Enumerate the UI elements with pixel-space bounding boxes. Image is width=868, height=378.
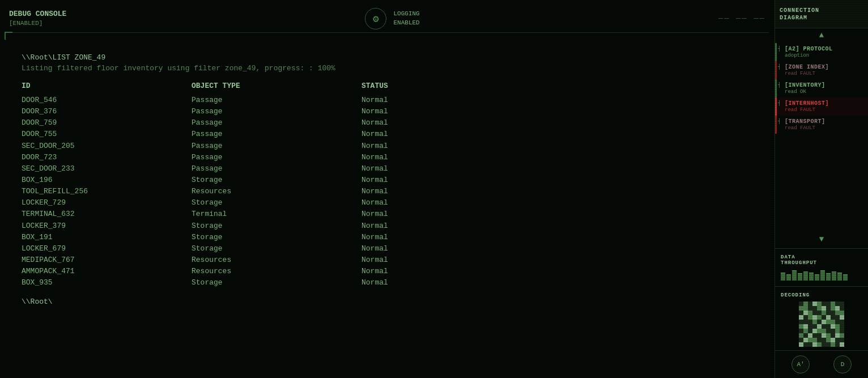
- table-row: MEDIPACK_767 Resources Normal: [22, 254, 767, 266]
- row-status: Normal: [361, 95, 475, 106]
- bottom-btn-0[interactable]: A': [792, 355, 810, 373]
- row-type: Resources: [192, 186, 361, 197]
- bottom-btn-1[interactable]: D: [833, 355, 852, 373]
- decoding-pixel: [835, 301, 840, 306]
- row-type: Passage: [192, 117, 361, 129]
- row-id: BOX_935: [22, 277, 192, 288]
- decoding-pixel: [831, 301, 835, 306]
- decoding-pixel: [817, 320, 822, 324]
- decoding-pixel: [803, 338, 808, 342]
- decoding-pixel: [826, 311, 831, 315]
- row-id: AMMOPACK_471: [22, 266, 192, 277]
- decoding-pixel: [799, 342, 803, 347]
- sidebar-item-name: [A2] PROTOCOL: [785, 46, 862, 52]
- throughput-bars: [781, 269, 862, 281]
- console-content: \\Root\LIST ZONE_49 Listing filtered flo…: [6, 37, 769, 308]
- decoding-pixel: [835, 324, 840, 329]
- decoding-pixel: [840, 306, 844, 311]
- table-row: DOOR_723 Passage Normal: [22, 152, 767, 163]
- sidebar-item-status: read FAULT: [785, 71, 862, 77]
- prompt-line[interactable]: \\Root\: [22, 298, 767, 306]
- row-status: Normal: [361, 277, 475, 288]
- decoding-pixel: [808, 329, 812, 333]
- sidebar-top-bar: CONNECTIONDIAGRAM: [775, 0, 868, 28]
- sidebar-item-2[interactable]: ┤ [INVENTORY] read OK: [775, 79, 868, 97]
- throughput-bar-5: [809, 273, 814, 281]
- row-id: LOCKER_729: [22, 197, 192, 209]
- col-header-id: ID: [22, 82, 192, 90]
- decoding-pixel: [831, 324, 835, 329]
- connection-diagram-title: CONNECTIONDIAGRAM: [780, 7, 819, 22]
- decoding-pixel: [822, 324, 826, 329]
- sidebar-item-1[interactable]: ┤ [ZONE INDEX] read FAULT: [775, 61, 868, 79]
- decoding-pixel: [812, 338, 817, 342]
- decoding-pixel: [831, 311, 835, 315]
- row-id: LOCKER_679: [22, 243, 192, 254]
- row-status: Normal: [361, 186, 475, 197]
- decoding-pixel: [835, 311, 840, 315]
- sidebar-item-4[interactable]: ┤ [TRANSPORT] read FAULT: [775, 116, 868, 134]
- row-id: SEC_DOOR_205: [22, 141, 192, 152]
- decoding-pixel: [812, 306, 817, 311]
- decoding-pixel: [817, 324, 822, 329]
- row-type: Passage: [192, 106, 361, 117]
- decoding-pixel: [808, 320, 812, 324]
- decoding-pixel: [799, 315, 803, 320]
- decoding-pixel: [817, 338, 822, 342]
- row-type: Passage: [192, 152, 361, 163]
- decoding-pixel: [803, 320, 808, 324]
- debug-console-label: DEBUG CONSOLE: [9, 9, 66, 19]
- decoding-pixel: [831, 338, 835, 342]
- sidebar-item-3[interactable]: ┤ [INTERNHOST] read FAULT: [775, 97, 868, 116]
- arrow-up-icon[interactable]: ▲: [775, 28, 868, 42]
- row-status: Normal: [361, 152, 475, 163]
- decoding-pixel: [840, 329, 844, 333]
- table-row: LOCKER_679 Storage Normal: [22, 243, 767, 254]
- decoding-pixel: [831, 320, 835, 324]
- decoding-pixel: [826, 329, 831, 333]
- arrow-down-icon[interactable]: ▼: [775, 232, 868, 246]
- sidebar-item-name: [ZONE INDEX]: [785, 64, 862, 70]
- row-status: Normal: [361, 254, 475, 266]
- decoding-pixel: [835, 342, 840, 347]
- decoding-pixel: [817, 301, 822, 306]
- row-id: DOOR_755: [22, 129, 192, 140]
- decoding-pixel: [840, 342, 844, 347]
- throughput-bar-10: [837, 273, 842, 281]
- throughput-bar-2: [792, 270, 797, 281]
- decoding-pixel: [840, 320, 844, 324]
- sidebar-item-0[interactable]: ┤ [A2] PROTOCOL adoption: [775, 43, 868, 61]
- sidebar-bracket: ┤: [778, 100, 781, 106]
- decoding-pixel: [831, 315, 835, 320]
- divider: [775, 248, 868, 249]
- decoding-pixel: [808, 315, 812, 320]
- decoding-pixel: [840, 333, 844, 338]
- gear-icon[interactable]: ⚙: [365, 8, 386, 29]
- command-line: \\Root\LIST ZONE_49: [22, 53, 767, 62]
- decoding-pixel: [840, 338, 844, 342]
- throughput-bar-6: [815, 274, 819, 281]
- decoding-pixel: [803, 342, 808, 347]
- decoding-pixel: [799, 338, 803, 342]
- decoding-pixel: [826, 320, 831, 324]
- debug-enabled-label: [ENABLED]: [9, 19, 66, 28]
- decoding-pixel: [817, 342, 822, 347]
- decoding-pixel: [831, 333, 835, 338]
- top-bar-center: ⚙ LOGGING ENABLED: [365, 8, 419, 29]
- decoding-pixel: [812, 311, 817, 315]
- decoding-pixel: [840, 311, 844, 315]
- decoding-pixel: [799, 333, 803, 338]
- decoding-section: DECODING: [775, 289, 868, 350]
- decoding-pixel: [817, 333, 822, 338]
- table-row: DOOR_755 Passage Normal: [22, 129, 767, 140]
- bottom-buttons: A'D: [775, 350, 868, 378]
- console-area: DEBUG CONSOLE [ENABLED] ⚙ LOGGING ENABLE…: [0, 0, 775, 378]
- decoding-pixel: [822, 320, 826, 324]
- decoding-pixel: [803, 333, 808, 338]
- dash-lines: ── ── ──: [718, 14, 765, 23]
- table-row: AMMOPACK_471 Resources Normal: [22, 266, 767, 277]
- table-row: TOOL_REFILL_256 Resources Normal: [22, 186, 767, 197]
- bracket-top-left: [5, 32, 12, 40]
- decoding-pixel: [812, 329, 817, 333]
- row-type: Resources: [192, 266, 361, 277]
